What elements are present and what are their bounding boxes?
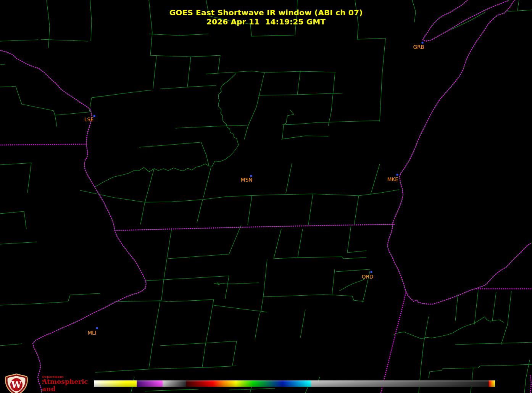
river-lines [94,74,504,339]
border-corner-se [530,376,531,393]
shorelines [0,0,532,393]
station-dot-grb [422,42,424,44]
uw-crest-icon: W [3,374,30,393]
logo-name-line1: Atmospheric [42,378,88,385]
map-title: GOES East Shortwave IR window (ABI ch 07… [0,8,532,17]
border-il-in [381,293,406,393]
station-label-mli: MLI [87,330,96,336]
station-label-lse: LSE [84,117,94,122]
county-boundaries [0,0,532,393]
station-markers [94,42,424,329]
station-label-ord: ORD [362,274,373,280]
state-borders [0,0,532,393]
map-timestamp: 2026 Apr 11 14:19:25 GMT [0,17,532,26]
color-scale-bar [94,380,495,387]
satellite-map: GOES East Shortwave IR window (ABI ch 07… [0,0,532,393]
station-label-mke: MKE [387,177,398,182]
border-wi-il [115,224,395,230]
border-mn-ia [0,144,86,145]
station-label-grb: GRB [413,44,424,50]
station-dot-ord [371,271,372,273]
station-label-msn: MSN [241,177,252,183]
uw-monogram: W [11,379,22,390]
map-canvas [0,0,532,393]
logo-name-line2: and Oceanic Sciences [42,385,74,393]
station-dot-mli [96,327,98,329]
station-dot-mke [397,174,398,176]
